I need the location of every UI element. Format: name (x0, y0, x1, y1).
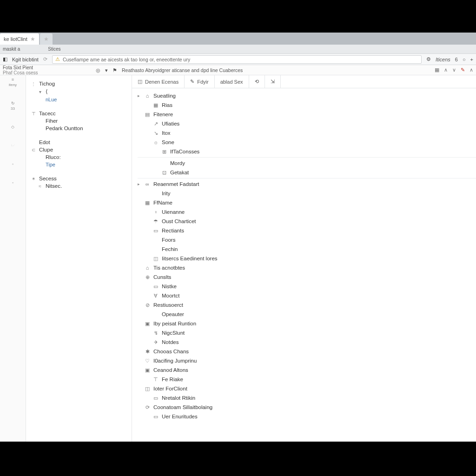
node-label: Itox (162, 130, 171, 136)
filter-tab-2[interactable]: ablad Sex (215, 75, 249, 88)
info-line1: Fota Sixt Pient (3, 65, 96, 70)
browser-tab-active[interactable]: ke liotClint ★ (0, 33, 39, 45)
edit-icon[interactable]: ✎ (461, 67, 465, 73)
node-icon: ♀ (152, 209, 159, 215)
rail-item-1[interactable]: ↻33 (11, 101, 15, 111)
rail-item-3[interactable]: ☞ (11, 143, 15, 148)
sidebar-item[interactable]: Edot (31, 139, 127, 146)
rail-item-4[interactable]: ◦ (12, 162, 13, 166)
tree-node[interactable]: ⊞IfTaConsses (132, 147, 476, 156)
filter-label: Denen Ecenas (145, 79, 178, 85)
tree-node[interactable]: ⊘Restiusoerct (132, 300, 476, 310)
sidebar-item[interactable]: nLue (31, 96, 127, 103)
rail-item-0[interactable]: ≡iteny (9, 77, 17, 87)
node-label: Fitenere (153, 112, 173, 117)
refresh-icon[interactable]: ⟳ (43, 56, 47, 62)
sidebar-item[interactable]: ⋮Tichog (31, 80, 127, 87)
sidebar-item[interactable]: Pedark Ountton (31, 125, 127, 132)
node-icon: ▭ (152, 395, 159, 401)
sidebar-item[interactable]: ⊤Tacecc (31, 110, 127, 117)
extension-label[interactable]: Iticens (436, 57, 450, 62)
tree-node[interactable]: ♡I0acifing Jumprinu (132, 356, 476, 365)
tab-count[interactable]: 6 (455, 57, 458, 62)
filter-tab-1[interactable]: ✎Fdyir (185, 75, 214, 88)
down-icon[interactable]: ∨ (452, 67, 456, 73)
sidebar-item-icon: ⊂ (31, 147, 36, 152)
back-icon[interactable]: ◧ (3, 56, 7, 62)
grid-icon[interactable]: ▦ (435, 67, 439, 73)
extension-icon[interactable]: ⚙ (426, 56, 431, 62)
filter-tab-3[interactable]: ⟲ (249, 75, 265, 88)
star-icon[interactable]: ★ (30, 36, 35, 42)
node-label: Opeauter (162, 311, 184, 317)
tree-node[interactable]: ▤Fitenere (132, 110, 476, 119)
node-label: Irity (162, 191, 171, 196)
up-icon[interactable]: ∧ (444, 67, 448, 73)
tab-title: ke liotClint (4, 36, 27, 42)
sidebar-item[interactable]: Rluco: (31, 153, 127, 161)
sidebar-item-label: Tichog (39, 81, 55, 86)
tree-node[interactable]: ◫Ioter ForCliont (132, 384, 476, 393)
search-icon[interactable]: ○ (463, 57, 466, 62)
node-icon: ↯ (152, 330, 159, 336)
tree-node[interactable]: Irity (132, 189, 476, 198)
collapse-icon[interactable]: ∧ (469, 67, 473, 73)
tree-node[interactable]: ⟳Coonatoam Sillaitbolaing (132, 403, 476, 412)
tree-node[interactable]: ✱Chooas Chans (132, 347, 476, 356)
tree-node[interactable]: Opeauter (132, 310, 476, 319)
tree-node[interactable]: ♀Uienanne (132, 207, 476, 217)
tree-node[interactable]: ∀Moortct (132, 291, 476, 300)
tree-node[interactable]: ▸∞Reaenmet Fadstart (132, 179, 476, 189)
twisty-icon: ▸ (138, 182, 141, 186)
browser-tab-new[interactable]: ★ (40, 33, 53, 45)
dropdown-icon[interactable]: ▾ (105, 67, 108, 73)
rail-item-2[interactable]: ◇ (11, 125, 14, 129)
subbar-left[interactable]: maskit a (3, 46, 20, 52)
tree-node[interactable]: ▭Rectiants (132, 226, 476, 235)
node-label: FfName (153, 200, 172, 205)
tree-node[interactable]: ◫Iitsercs Eaedinent lores (132, 254, 476, 263)
tree-node[interactable]: ▭Nretalot Rtikin (132, 393, 476, 403)
subbar-right[interactable]: Stices (48, 46, 60, 52)
tree-node[interactable]: ⌂Tis acnotbtes (132, 263, 476, 272)
tree-node[interactable]: Foors (132, 235, 476, 245)
flag-icon[interactable]: ⚑ (112, 67, 117, 73)
filter-tab-0[interactable]: ◫Denen Ecenas (132, 75, 185, 88)
tree-node[interactable]: ▦Rias (132, 100, 476, 110)
tree-node[interactable]: ⊕Cunslts (132, 272, 476, 282)
tree-node[interactable]: ↯NigcSlunt (132, 328, 476, 337)
tree-node[interactable]: ▸⌂Sueatling (132, 91, 476, 100)
eye-icon[interactable]: ◎ (96, 67, 100, 73)
tree-node[interactable]: ☂Oust Charticet (132, 217, 476, 226)
tree-node[interactable]: ⊤Fe Riake (132, 375, 476, 384)
node-icon: ◫ (144, 386, 151, 392)
filter-icon: ◫ (138, 79, 142, 85)
address-bar[interactable]: ⚠ Cusefiampe ame ae aicests ak tao long … (52, 55, 422, 64)
node-label: I0acifing Jumprinu (153, 358, 197, 364)
sidebar-item[interactable]: ▾⟨ (31, 87, 127, 96)
add-tab-icon[interactable]: + (470, 57, 473, 62)
rail-icon: ↻ (11, 101, 15, 106)
sidebar-item[interactable]: Fiher (31, 117, 127, 125)
tree-node[interactable]: ▣Ceanod Altons (132, 365, 476, 375)
sidebar-item[interactable]: Tipe (31, 161, 127, 168)
tree-node[interactable]: Fechin (132, 245, 476, 254)
tree-node[interactable]: ▭Nistke (132, 282, 476, 291)
node-icon: ⊞ (161, 149, 167, 155)
node-label: Sone (162, 139, 174, 145)
sidebar-item[interactable]: ⊂Clupe (31, 146, 127, 153)
filter-tab-4[interactable]: ⇲ (265, 75, 281, 88)
tree-node[interactable]: ✈Notdes (132, 337, 476, 347)
tree-node[interactable]: Mordy (132, 159, 476, 168)
rail-item-5[interactable]: ◦ (12, 180, 13, 185)
sidebar-item[interactable]: ✶Secess (31, 175, 127, 182)
tree-node[interactable]: ▦FfName (132, 198, 476, 207)
sidebar-item[interactable]: ≈Nitsec. (31, 182, 127, 190)
tree-node[interactable]: ↘Itox (132, 128, 476, 138)
tree-node[interactable]: ▣Iby peisat Runtion (132, 319, 476, 328)
node-label: Tis acnotbtes (153, 265, 185, 271)
tree-node[interactable]: ▭Uer Enuritudes (132, 412, 476, 421)
tree-node[interactable]: ⊡Getakat (132, 168, 476, 177)
tree-node[interactable]: ☼Sone (132, 138, 476, 147)
tree-node[interactable]: ↗Ufiaties (132, 119, 476, 128)
